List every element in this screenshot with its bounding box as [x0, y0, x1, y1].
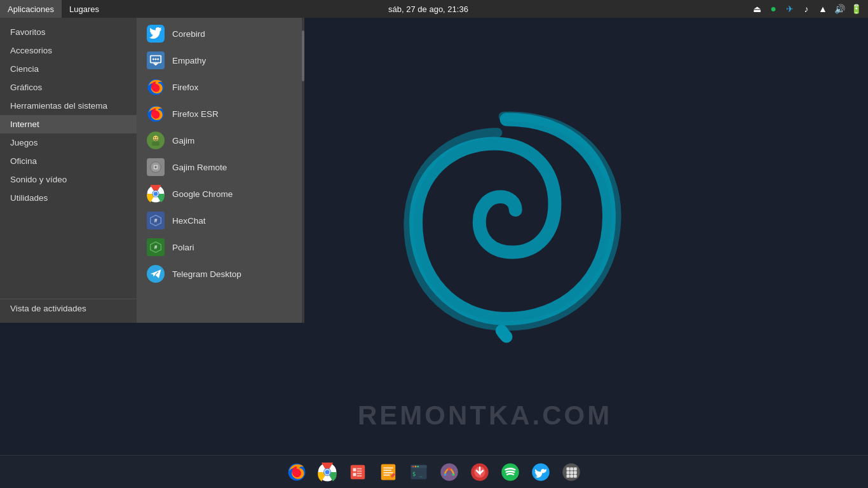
svg-rect-26	[351, 464, 365, 479]
corebird-label: Corebird	[172, 29, 205, 39]
svg-rect-28	[353, 473, 356, 476]
lugares-menu[interactable]: Lugares	[62, 0, 107, 18]
panel-datetime: sáb, 27 de ago, 21:36	[107, 4, 750, 14]
hexchat-icon: #	[147, 212, 165, 229]
svg-point-9	[156, 137, 158, 139]
polari-label: Polari	[172, 243, 194, 252]
panel-right: ⏏ ● ✈ ♪ ▲ 🔊 🔋	[750, 0, 868, 18]
svg-rect-27	[353, 468, 356, 471]
svg-rect-32	[357, 475, 362, 477]
svg-rect-29	[357, 468, 362, 469]
taskbar-twitter[interactable]	[527, 458, 555, 486]
taskbar-apps-grid[interactable]	[557, 458, 585, 486]
svg-text:#: #	[154, 217, 158, 224]
svg-rect-53	[567, 467, 570, 470]
category-herramientas[interactable]: Herramientas del sistema	[0, 97, 137, 115]
apps-panel: Corebird Empathy Firefox	[137, 18, 302, 323]
telegram-icon	[147, 265, 165, 283]
empathy-icon	[147, 51, 165, 69]
category-graficos[interactable]: Gráficos	[0, 78, 137, 97]
app-google-chrome[interactable]: Google Chrome	[137, 180, 302, 207]
svg-rect-54	[570, 467, 573, 470]
taskbar-terminal[interactable]: $ _	[405, 458, 433, 486]
svg-rect-36	[384, 472, 393, 473]
svg-point-3	[155, 58, 157, 60]
svg-rect-35	[384, 470, 392, 471]
category-favoritos[interactable]: Favoritos	[0, 23, 137, 41]
svg-point-40	[412, 466, 414, 468]
app-hexchat[interactable]: # HexChat	[137, 207, 302, 234]
vista-actividades[interactable]: Vista de actividades	[0, 299, 137, 318]
category-internet[interactable]: Internet	[0, 115, 137, 133]
app-gajim-remote[interactable]: Gajim Remote	[137, 154, 302, 180]
svg-rect-31	[357, 473, 362, 474]
watermark-text: REMONTKA.COM	[358, 400, 612, 431]
taskbar-firefox[interactable]	[283, 458, 311, 486]
category-utilidades[interactable]: Utilidades	[0, 189, 137, 207]
svg-point-16	[154, 192, 158, 196]
svg-rect-60	[570, 474, 573, 477]
category-accesorios[interactable]: Accesorios	[0, 41, 137, 60]
aplicaciones-menu[interactable]: Aplicaciones	[0, 0, 62, 18]
category-juegos[interactable]: Juegos	[0, 133, 137, 152]
svg-rect-58	[574, 471, 577, 474]
category-oficina[interactable]: Oficina	[0, 152, 137, 170]
firefox-esr-label: Firefox ESR	[172, 109, 219, 119]
app-menu: Favoritos Accesorios Ciencia Gráficos He…	[0, 18, 304, 323]
app-gajim[interactable]: Gajim	[137, 127, 302, 154]
gajim-icon	[147, 132, 165, 149]
taskbar-spotify[interactable]	[496, 458, 524, 486]
app-firefox-esr[interactable]: Firefox ESR	[137, 100, 302, 127]
svg-text:$ _: $ _	[412, 471, 423, 477]
app-telegram[interactable]: Telegram Desktop	[137, 261, 302, 287]
taskbar-files[interactable]	[344, 458, 372, 486]
top-panel: Aplicaciones Lugares sáb, 27 de ago, 21:…	[0, 0, 868, 18]
svg-point-44	[440, 463, 458, 481]
hexchat-label: HexChat	[172, 216, 206, 226]
debian-swirl-logo	[386, 83, 627, 349]
svg-rect-55	[574, 467, 577, 470]
spotify-panel-icon[interactable]: ●	[766, 2, 780, 16]
app-firefox[interactable]: Firefox	[137, 74, 302, 100]
svg-rect-59	[567, 474, 570, 477]
svg-point-45	[448, 467, 451, 470]
telegram-label: Telegram Desktop	[172, 269, 241, 279]
desktop: REMONTKA.COM Aplicaciones Lugares sáb, 2…	[0, 0, 868, 488]
svg-point-2	[153, 58, 154, 60]
svg-point-42	[417, 466, 419, 468]
telegram-panel-icon[interactable]: ✈	[783, 2, 797, 16]
taskbar-transmission[interactable]	[466, 458, 494, 486]
svg-rect-10	[152, 142, 159, 146]
app-polari[interactable]: # Polari	[137, 234, 302, 261]
gajim-remote-icon	[147, 158, 165, 176]
category-ciencia[interactable]: Ciencia	[0, 60, 137, 78]
firefox-icon	[147, 78, 165, 96]
svg-point-8	[154, 137, 156, 139]
taskbar-chrome[interactable]	[313, 458, 341, 486]
svg-point-25	[325, 470, 329, 474]
volume-panel-icon[interactable]: 🔊	[832, 2, 846, 16]
taskbar: $ _	[0, 455, 868, 488]
wifi-panel-icon[interactable]: ▲	[816, 2, 830, 16]
app-empathy[interactable]: Empathy	[137, 47, 302, 74]
taskbar-editor[interactable]	[374, 458, 402, 486]
svg-rect-37	[384, 474, 390, 475]
firefox-esr-icon	[147, 105, 165, 123]
scrollbar[interactable]	[302, 18, 304, 323]
categories-panel: Favoritos Accesorios Ciencia Gráficos He…	[0, 18, 137, 323]
category-sonido[interactable]: Sonido y vídeo	[0, 170, 137, 189]
app-corebird[interactable]: Corebird	[137, 20, 302, 47]
svg-rect-61	[574, 474, 577, 477]
chrome-label: Google Chrome	[172, 189, 233, 199]
empathy-label: Empathy	[172, 56, 206, 65]
battery-panel-icon[interactable]: 🔋	[849, 2, 863, 16]
svg-point-12	[154, 166, 156, 168]
eject-icon[interactable]: ⏏	[750, 2, 764, 16]
corebird-icon	[147, 25, 165, 43]
music-panel-icon[interactable]: ♪	[799, 2, 813, 16]
gajim-label: Gajim	[172, 136, 194, 146]
chrome-icon	[147, 185, 165, 203]
svg-point-41	[415, 466, 417, 468]
taskbar-gimp[interactable]	[435, 458, 463, 486]
svg-rect-57	[570, 471, 573, 474]
